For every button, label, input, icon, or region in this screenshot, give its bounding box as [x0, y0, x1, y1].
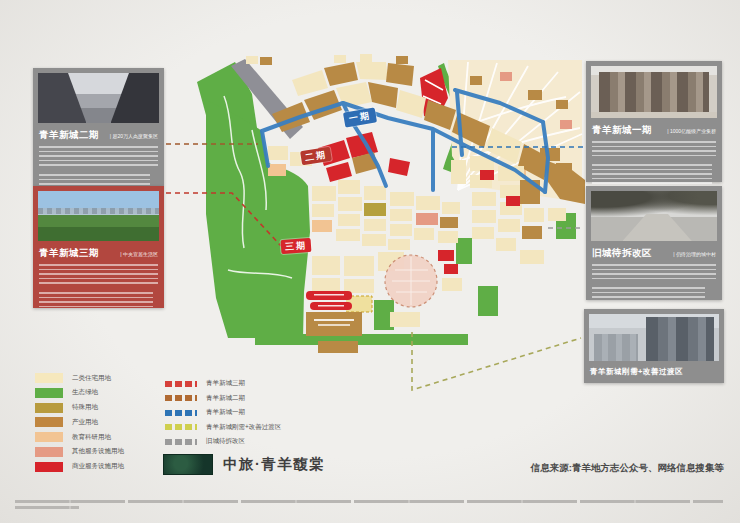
legend-dash-swatch [165, 410, 197, 416]
phase3-body-text [39, 264, 158, 287]
oldtown-body-text [592, 264, 716, 282]
disclaimer-line [15, 500, 723, 503]
phase3-photo [38, 191, 159, 241]
phase2-body-text [39, 146, 158, 169]
legend-row: 二类住宅用地 [35, 373, 124, 383]
phase3-body-text [39, 292, 153, 310]
transition-photo [589, 314, 719, 361]
phase1-photo [591, 66, 717, 118]
disclaimer-line [15, 506, 79, 509]
legend-dash-swatch [165, 395, 197, 401]
callout-panel-transition: 青羊新城刚需+改善过渡区 [584, 309, 724, 383]
callout-panel-phase1: 青羊新城一期 | 1000亿能级产业集群 [586, 61, 722, 182]
phase1-subtitle: | 1000亿能级产业集群 [667, 128, 716, 134]
legend-row: 旧城待拆改区 [165, 437, 281, 446]
phase2-photo [38, 73, 159, 123]
village-circle [385, 255, 437, 307]
phase1-body-text [592, 164, 712, 187]
brand-logo: 中旅·青羊馥棠 [163, 454, 325, 475]
legend-row: 生态绿地 [35, 388, 124, 398]
legend-row: 产业用地 [35, 417, 124, 427]
map-label-phase3: 三期 [281, 238, 312, 254]
oldtown-subtitle: | 仍待治理的城中村 [673, 251, 716, 257]
legend-boundaries: 青羊新城三期 青羊新城二期 青羊新城一期 青羊新城刚需+改善过渡区 旧城待拆改区 [165, 379, 281, 452]
legend-row: 特殊用地 [35, 403, 124, 413]
legend-swatch [35, 403, 63, 413]
legend-dash-swatch [165, 439, 197, 445]
legend-row: 青羊新城二期 [165, 394, 281, 403]
phase3-title: 青羊新城三期 [39, 247, 99, 260]
legend-row: 其他服务设施用地 [35, 447, 124, 457]
logo-text: 中旅·青羊馥棠 [223, 455, 325, 474]
legend-dash-swatch [165, 424, 197, 430]
legend-swatch [35, 447, 63, 457]
logistics-center-parcel [306, 312, 362, 353]
oldtown-photo [591, 191, 717, 241]
phase2-subtitle: | 超20万人高度聚集区 [110, 133, 158, 139]
legend-dash-swatch [165, 381, 197, 387]
phase2-title: 青羊新城二期 [39, 129, 99, 142]
callout-panel-oldtown: 旧城待拆改区 | 仍待治理的城中村 [586, 186, 722, 300]
callout-panel-phase3: 青羊新城三期 | 中央宜居生活区 [33, 186, 164, 308]
legend-swatch [35, 388, 63, 398]
legend-row: 商业服务设施用地 [35, 462, 124, 472]
legend-row: 青羊新城刚需+改善过渡区 [165, 423, 281, 432]
source-note: 信息来源:青羊地方志公众号、网络信息搜集等 [531, 462, 724, 475]
legend-swatch [35, 432, 63, 442]
legend-row: 青羊新城三期 [165, 379, 281, 388]
logo-image [163, 454, 213, 475]
legend-land-use: 二类住宅用地 生态绿地 特殊用地 产业用地 教育科研用地 其他服务设施用地 商业… [35, 373, 124, 477]
legend-swatch [35, 373, 63, 383]
poster-page: 一期 二期 三期 青羊新城二期 | 超20万人高度聚集区 青羊新城三期 | 中央… [0, 0, 740, 523]
legend-swatch [35, 462, 63, 472]
callout-panel-phase2: 青羊新城二期 | 超20万人高度聚集区 [33, 68, 164, 186]
legend-row: 青羊新城一期 [165, 408, 281, 417]
transition-title: 青羊新城刚需+改善过渡区 [590, 367, 683, 377]
commercial-strips [306, 291, 352, 310]
oldtown-title: 旧城待拆改区 [592, 247, 652, 260]
legend-swatch [35, 417, 63, 427]
oldtown-body-text [592, 287, 705, 301]
phase1-title: 青羊新城一期 [592, 124, 652, 137]
legend-row: 教育科研用地 [35, 432, 124, 442]
phase3-subtitle: | 中央宜居生活区 [120, 251, 158, 257]
phase1-body-text [592, 141, 716, 159]
